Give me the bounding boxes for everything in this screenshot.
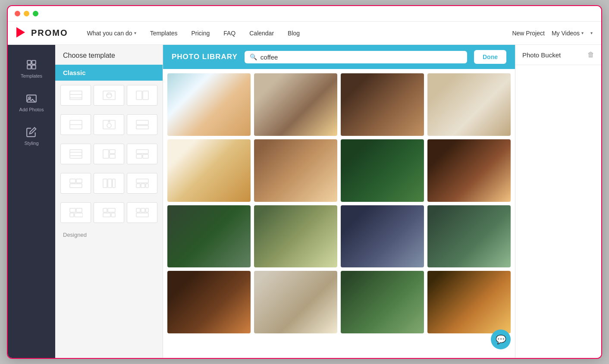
- svg-rect-17: [136, 120, 148, 125]
- photo-thumb-14[interactable]: [254, 271, 337, 333]
- nav-bar: PROMO What you can do ▾ Templates Pricin…: [8, 22, 601, 45]
- main-wrapper: Templates Add Photos: [8, 45, 601, 358]
- photo-thumb-16[interactable]: [427, 271, 511, 333]
- photo-thumb-8[interactable]: [427, 139, 511, 202]
- template-thumb-1[interactable]: [60, 85, 91, 106]
- photo-thumb-13[interactable]: [167, 271, 251, 333]
- template-grid-row4: [55, 169, 163, 198]
- sidebar-item-add-photos[interactable]: Add Photos: [8, 85, 55, 119]
- template-category-classic[interactable]: Classic: [55, 65, 163, 81]
- nav-right: New Project My Videos ▾ ▾: [512, 30, 593, 37]
- trash-icon[interactable]: 🗑: [587, 51, 594, 59]
- photo-thumb-15[interactable]: [341, 271, 424, 333]
- svg-rect-46: [136, 208, 140, 212]
- photo-thumb-3[interactable]: [341, 73, 424, 136]
- chat-button[interactable]: 💬: [491, 329, 511, 349]
- template-thumb-13[interactable]: [60, 202, 91, 223]
- svg-rect-25: [136, 150, 148, 154]
- svg-rect-26: [136, 154, 142, 158]
- browser-window: PROMO What you can do ▾ Templates Pricin…: [7, 5, 602, 359]
- photo-library-header: PHOTO LIBRARY 🔍 Done: [163, 45, 515, 69]
- photo-search-box: 🔍: [245, 51, 467, 63]
- template-thumb-8[interactable]: [94, 144, 124, 164]
- photo-thumb-1[interactable]: [167, 73, 251, 136]
- svg-rect-34: [136, 179, 148, 183]
- close-button[interactable]: [15, 11, 20, 16]
- logo[interactable]: PROMO: [16, 27, 68, 39]
- photo-thumb-12[interactable]: [427, 205, 511, 268]
- done-button[interactable]: Done: [474, 50, 506, 64]
- template-thumb-10[interactable]: [60, 173, 91, 194]
- svg-rect-41: [75, 213, 83, 217]
- sidebar: Templates Add Photos: [8, 45, 55, 358]
- template-thumb-14[interactable]: [94, 202, 124, 223]
- photo-grid-container: [163, 69, 515, 358]
- nav-calendar[interactable]: Calendar: [243, 27, 280, 39]
- template-grid-row3: [55, 139, 163, 169]
- nav-extra-chevron[interactable]: ▾: [590, 31, 593, 35]
- photo-thumb-4[interactable]: [427, 73, 511, 136]
- svg-rect-37: [146, 184, 148, 188]
- nav-blog[interactable]: Blog: [282, 27, 306, 39]
- svg-rect-39: [76, 208, 82, 212]
- photo-thumb-10[interactable]: [254, 205, 337, 268]
- template-thumb-4[interactable]: [60, 114, 91, 135]
- minimize-button[interactable]: [24, 11, 29, 16]
- photo-thumb-5[interactable]: [167, 139, 251, 202]
- sidebar-styling-label: Styling: [24, 141, 38, 146]
- template-panel-header: Choose template: [55, 45, 163, 65]
- svg-point-10: [107, 93, 112, 98]
- template-thumb-6[interactable]: [127, 114, 157, 135]
- sidebar-item-styling[interactable]: Styling: [8, 119, 55, 153]
- svg-rect-2: [27, 65, 31, 69]
- svg-rect-47: [141, 208, 145, 212]
- sidebar-item-templates[interactable]: Templates: [8, 52, 55, 85]
- photo-thumb-9[interactable]: [167, 205, 251, 268]
- svg-rect-38: [70, 208, 75, 212]
- nav-items: What you can do ▾ Templates Pricing FAQ …: [81, 27, 512, 39]
- svg-rect-49: [136, 213, 148, 217]
- template-thumb-15[interactable]: [127, 202, 157, 223]
- photo-grid: [167, 73, 511, 333]
- nav-pricing[interactable]: Pricing: [185, 27, 216, 39]
- photo-thumb-11[interactable]: [341, 205, 424, 268]
- photo-thumb-7[interactable]: [341, 139, 424, 202]
- svg-rect-11: [136, 91, 142, 100]
- template-panel: Choose template Classic: [55, 45, 163, 358]
- maximize-button[interactable]: [33, 11, 38, 16]
- logo-icon: [16, 27, 28, 39]
- template-grid-row1: [55, 81, 163, 110]
- new-project-button[interactable]: New Project: [512, 30, 544, 37]
- photo-bucket-title: Photo Bucket: [522, 51, 561, 59]
- template-thumb-3[interactable]: [127, 85, 157, 106]
- photo-library-area: PHOTO LIBRARY 🔍 Done: [163, 45, 515, 358]
- template-thumb-5[interactable]: [94, 114, 124, 135]
- my-videos-chevron: ▾: [581, 31, 584, 35]
- template-thumb-11[interactable]: [94, 173, 124, 194]
- template-thumb-2[interactable]: [94, 85, 124, 106]
- my-videos-button[interactable]: My Videos ▾: [552, 30, 584, 37]
- svg-rect-43: [108, 208, 115, 212]
- chevron-down-icon: ▾: [134, 31, 136, 35]
- nav-templates[interactable]: Templates: [144, 27, 184, 39]
- svg-rect-29: [76, 179, 82, 183]
- photo-bucket-panel: Photo Bucket 🗑: [515, 45, 601, 358]
- photo-library-title: PHOTO LIBRARY: [172, 53, 238, 61]
- photo-thumb-2[interactable]: [254, 73, 337, 136]
- svg-rect-9: [103, 91, 115, 100]
- template-grid-row5: [55, 198, 163, 227]
- sidebar-add-photos-label: Add Photos: [19, 107, 44, 112]
- svg-rect-32: [108, 179, 112, 188]
- title-bar: [8, 6, 601, 22]
- main-content: Templates Add Photos: [8, 45, 601, 358]
- nav-faq[interactable]: FAQ: [217, 27, 242, 39]
- template-thumb-9[interactable]: [127, 144, 157, 164]
- template-thumb-12[interactable]: [127, 173, 157, 194]
- chat-icon: 💬: [496, 334, 506, 345]
- nav-what-you-can-do[interactable]: What you can do ▾: [81, 27, 142, 39]
- template-grid-row2: [55, 110, 163, 139]
- photo-thumb-6[interactable]: [254, 139, 337, 202]
- photo-search-input[interactable]: [261, 53, 462, 61]
- template-thumb-7[interactable]: [60, 144, 91, 164]
- svg-rect-28: [70, 179, 75, 183]
